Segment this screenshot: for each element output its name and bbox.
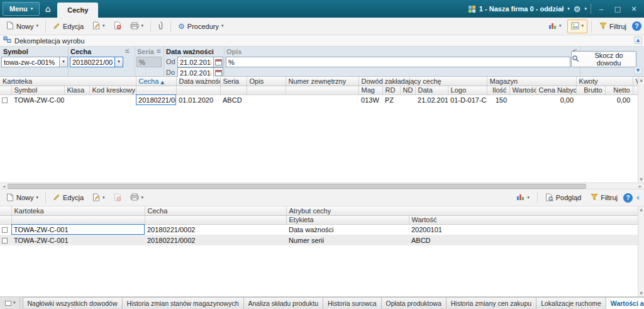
attrs-document-edit-button[interactable]: ▾	[89, 191, 109, 205]
vertical-scrollbar[interactable]: ▲ ▼	[638, 206, 644, 296]
scrollbar-thumb[interactable]	[8, 184, 586, 189]
cell-kartoteka[interactable]: TOWA-ZW-C-001	[11, 235, 145, 245]
tab-naglowki-dowodow[interactable]: Nagłówki wszystkich dowodów	[23, 297, 123, 309]
horizontal-scrollbar[interactable]: ◄ ►	[0, 183, 644, 189]
cell-wartosc[interactable]: ABCD	[409, 235, 638, 245]
tab-oplata-produktowa[interactable]: Opłata produktowa	[381, 297, 447, 309]
cell-mag[interactable]: 013W	[358, 94, 382, 105]
col-header-cena-nabycia[interactable]: Cena Nabycia	[536, 86, 576, 94]
col-header-data[interactable]: Data	[415, 86, 448, 94]
attrs-new-button[interactable]: Nowy ▾	[3, 191, 42, 205]
col-header-kod-kreskowy[interactable]: Kod kreskowy	[89, 86, 136, 94]
tab-bar-menu-button[interactable]: ▾	[1, 297, 20, 309]
cell-etykieta[interactable]: Numer serii	[286, 235, 409, 245]
maximize-button[interactable]: □	[611, 3, 624, 14]
opis-filter-input[interactable]	[226, 57, 570, 67]
cell-brutto[interactable]	[576, 94, 605, 105]
cell-numer-zewnetrzny[interactable]	[286, 94, 358, 105]
col-header-wartosc[interactable]: Wartość	[409, 215, 638, 224]
cell-symbol[interactable]: TOWA-ZW-C-001	[11, 94, 64, 105]
col-header-netto[interactable]: Netto	[605, 86, 633, 94]
col-header-opis[interactable]: Opis	[247, 77, 286, 86]
col-header-cecha[interactable]: Cecha	[145, 206, 286, 215]
attachment-button[interactable]	[154, 20, 167, 33]
cell-ilosc[interactable]: 150	[487, 94, 509, 105]
help-button[interactable]: ?	[632, 21, 641, 31]
print-button[interactable]: ▾	[126, 20, 148, 33]
col-header-magazyn[interactable]: Magazyn	[487, 77, 576, 86]
col-header-seria[interactable]: Seria	[220, 77, 247, 86]
col-header-data-waznosci[interactable]: Data ważności	[176, 77, 220, 86]
cell-cecha-selected[interactable]: 20180221/0002	[136, 94, 176, 105]
cecha-combo-chevron-down-icon[interactable]: ▾	[115, 57, 123, 67]
cell-seria[interactable]: ABCD	[220, 94, 247, 105]
cell-wartosc[interactable]: 20200101	[409, 224, 638, 235]
col-header-v[interactable]: V	[633, 77, 638, 86]
tab-cechy[interactable]: Cechy	[57, 3, 98, 18]
cell-kartoteka-selected[interactable]: TOWA-ZW-C-001	[11, 224, 145, 235]
attrs-chart-button[interactable]: ▾	[513, 191, 533, 205]
table-row[interactable]: TOWA-ZW-C-001 20180221/0002 Data ważnośc…	[0, 224, 638, 235]
cell-etykieta[interactable]: Data ważności	[286, 224, 409, 235]
chart-button[interactable]: ▾	[545, 20, 565, 33]
col-header-kartoteka[interactable]: Kartoteka	[0, 77, 136, 86]
cell-cecha[interactable]: 20180221/0002	[145, 224, 286, 235]
cell-rd[interactable]: PZ	[382, 94, 400, 105]
row-checkbox[interactable]	[2, 227, 8, 233]
gear-icon[interactable]: ⚙	[574, 5, 581, 13]
close-button[interactable]: ✕	[628, 3, 640, 14]
settings-chevron-down-icon[interactable]: ▾	[584, 7, 587, 11]
filter-button[interactable]: Filtruj	[596, 20, 630, 33]
cell-nd[interactable]	[400, 94, 415, 105]
minimize-button[interactable]: –	[595, 3, 608, 14]
col-header-klasa[interactable]: Klasa	[64, 86, 89, 94]
collapse-up-button[interactable]: ▲	[634, 37, 642, 44]
cell-klasa[interactable]	[64, 94, 89, 105]
col-header-brutto[interactable]: Brutto	[576, 86, 605, 94]
new-button[interactable]: Nowy ▾	[3, 20, 42, 33]
attrs-print-button[interactable]: ▾	[126, 191, 148, 205]
row-checkbox[interactable]	[2, 238, 8, 244]
attrs-filter-button[interactable]: Filtruj	[587, 191, 621, 205]
home-button[interactable]: ⌂	[40, 2, 56, 16]
tab-historia-stanow[interactable]: Historia zmian stanów magazynowych	[122, 297, 244, 309]
view-button[interactable]: ▾	[567, 20, 588, 33]
vertical-scrollbar[interactable]: ▲ ▼	[638, 77, 644, 183]
cell-data[interactable]: 21.02.2018	[415, 94, 448, 105]
col-header-etykieta[interactable]: Etykieta	[286, 215, 409, 224]
scroll-left-icon[interactable]: ◄	[1, 184, 7, 189]
col-header-nd[interactable]: ND	[400, 86, 415, 94]
tab-lokalizacje-ruchome[interactable]: Lokalizacje ruchome	[536, 297, 606, 309]
scroll-right-icon[interactable]: ►	[637, 184, 643, 189]
tab-wartosci-atrybutow[interactable]: Wartości atrybutów	[606, 297, 644, 309]
row-checkbox[interactable]	[2, 98, 8, 103]
col-header-numer-zewnetrzny[interactable]: Numer zewnętrzny	[286, 77, 358, 86]
dekompletacja-button[interactable]: Dekompletacja wyrobu	[14, 37, 84, 45]
date-from-input[interactable]	[177, 57, 214, 67]
procedures-button[interactable]: ⚙ Procedury ▾	[174, 20, 227, 33]
col-header-rd[interactable]: RD	[382, 86, 400, 94]
cell-data-waznosci[interactable]: 01.01.2020	[176, 94, 220, 105]
symbol-filter-input[interactable]	[1, 57, 60, 67]
scroll-up-icon[interactable]: ▲	[640, 78, 643, 82]
col-header-kartoteka[interactable]: Kartoteka	[11, 206, 145, 215]
company-chevron-down-icon[interactable]: ▾	[567, 7, 570, 11]
col-header-kwoty[interactable]: Kwoty	[576, 77, 633, 86]
cell-kod-kreskowy[interactable]	[89, 94, 136, 105]
edit-button[interactable]: Edycja	[49, 20, 87, 33]
attrs-help-button[interactable]: ?	[623, 193, 633, 203]
attrs-edit-button[interactable]: Edycja	[49, 191, 87, 205]
document-edit-button[interactable]: ▾	[89, 20, 109, 33]
tab-analiza-skladu[interactable]: Analiza składu produktu	[243, 297, 324, 309]
collapse-down-button[interactable]: ▼	[634, 67, 642, 74]
col-header-mag[interactable]: Mag	[358, 86, 382, 94]
col-header-dowod[interactable]: Dowód zakładający cechę	[358, 77, 487, 86]
delete-button[interactable]	[110, 20, 125, 33]
tab-historia-surowca[interactable]: Historia surowca	[323, 297, 382, 309]
col-header-ilosc[interactable]: Ilość	[487, 86, 509, 94]
cell-netto[interactable]: 0,00	[605, 94, 633, 105]
table-row[interactable]: TOWA-ZW-C-001 20180221/0002 Numer serii …	[0, 235, 638, 245]
table-row[interactable]: TOWA-ZW-C-001 20180221/0002 01.01.2020 A…	[0, 94, 638, 105]
scroll-down-icon[interactable]: ▼	[640, 177, 643, 181]
col-header-wartosc[interactable]: Wartość	[509, 86, 536, 94]
